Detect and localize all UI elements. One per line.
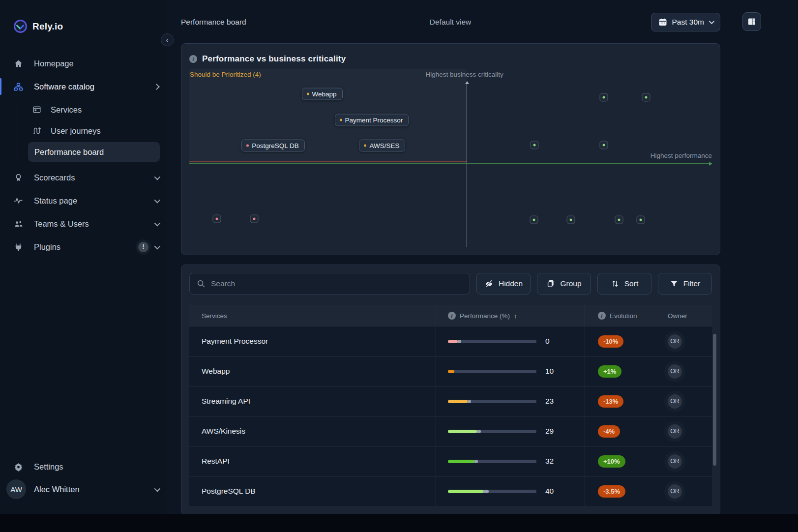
sidebar-item-homepage[interactable]: Homepage bbox=[0, 54, 167, 73]
sidebar-item-services[interactable]: Services bbox=[0, 100, 167, 119]
evolution-badge: +1% bbox=[598, 365, 621, 378]
chart-point[interactable] bbox=[615, 215, 623, 224]
sort-button[interactable]: Sort bbox=[597, 273, 651, 295]
owner-avatar: OR bbox=[668, 484, 682, 499]
evolution-badge: -13% bbox=[598, 395, 623, 408]
quadrant-label: Should be Prioritized (4) bbox=[190, 71, 261, 78]
chart-point[interactable] bbox=[530, 215, 538, 224]
chart-header: i Performance vs business criticality bbox=[189, 52, 712, 66]
table-row[interactable]: Streaming API23-13%OR bbox=[189, 386, 712, 416]
gear-icon bbox=[13, 462, 24, 472]
chart-point-label[interactable]: Payment Processor bbox=[335, 114, 409, 126]
chart-point[interactable] bbox=[213, 214, 221, 223]
sidebar-nav: Homepage Software catalog Services bbox=[0, 54, 167, 257]
x-axis-line-negative bbox=[189, 161, 467, 162]
eye-off-icon bbox=[484, 279, 494, 289]
group-button[interactable]: Group bbox=[537, 273, 591, 295]
sidebar-item-software-catalog[interactable]: Software catalog bbox=[0, 77, 167, 96]
table-row[interactable]: Webapp10+1%OR bbox=[189, 356, 712, 386]
bottom-strip bbox=[0, 514, 798, 532]
service-name: Streaming API bbox=[202, 397, 250, 405]
sort-asc-icon: ↑ bbox=[514, 312, 517, 320]
performance-value: 32 bbox=[545, 457, 558, 466]
brand-logo[interactable]: Rely.io bbox=[0, 0, 167, 33]
page-title: Performance board bbox=[181, 18, 246, 27]
point-dot-icon bbox=[602, 144, 605, 147]
owner-avatar: OR bbox=[668, 394, 682, 409]
sidebar-item-scorecards[interactable]: Scorecards bbox=[0, 168, 167, 187]
sidebar-item-status-page[interactable]: Status page bbox=[0, 191, 167, 210]
chart-point-label[interactable]: Webapp bbox=[302, 88, 343, 100]
point-dot-icon bbox=[618, 218, 620, 221]
sidebar-item-user-journeys[interactable]: User journeys bbox=[0, 121, 167, 141]
point-dot-icon bbox=[307, 93, 309, 95]
y-axis-label: Highest business criticality bbox=[426, 71, 503, 78]
sort-icon bbox=[611, 279, 620, 288]
main-area: Performance board Default view Past 30m … bbox=[167, 0, 798, 532]
filter-icon bbox=[670, 279, 679, 288]
chevron-right-icon bbox=[153, 84, 160, 90]
performance-value: 23 bbox=[545, 397, 558, 406]
x-axis-line bbox=[189, 163, 712, 164]
search-icon bbox=[197, 279, 206, 288]
home-icon bbox=[13, 59, 24, 68]
user-menu[interactable]: AW Alec Whitten bbox=[0, 477, 167, 502]
table-row[interactable]: AWS/Kinesis29-4%OR bbox=[189, 416, 712, 446]
chart-point-label[interactable]: PostgreSQL DB bbox=[241, 139, 305, 151]
panel-icon bbox=[747, 17, 757, 27]
chart-point[interactable] bbox=[566, 215, 575, 224]
table-row[interactable]: PostgreSQL DB40-3.5%OR bbox=[189, 476, 712, 506]
point-name: Webapp bbox=[312, 90, 337, 98]
time-range-button[interactable]: Past 30m bbox=[651, 13, 720, 31]
chart-point[interactable] bbox=[250, 214, 258, 223]
chart-point-label[interactable]: AWS/SES bbox=[359, 139, 405, 151]
service-name: RestAPI bbox=[202, 457, 230, 465]
brand-name: Rely.io bbox=[32, 21, 63, 32]
sidebar-item-settings[interactable]: Settings bbox=[0, 456, 167, 477]
point-dot-icon bbox=[340, 118, 342, 121]
info-icon[interactable]: i bbox=[598, 312, 606, 320]
filter-button[interactable]: Filter bbox=[658, 273, 712, 295]
hidden-button[interactable]: Hidden bbox=[476, 273, 531, 295]
sidebar-collapse-button[interactable]: ‹ bbox=[161, 33, 174, 46]
prioritized-quadrant bbox=[189, 69, 467, 163]
chart-point[interactable] bbox=[637, 215, 645, 224]
chart-point[interactable] bbox=[599, 93, 608, 101]
sidebar-item-teams-users[interactable]: Teams & Users bbox=[0, 214, 167, 234]
performance-bar bbox=[448, 340, 536, 343]
point-dot-icon bbox=[645, 96, 648, 98]
point-dot-icon bbox=[532, 218, 535, 221]
service-name: AWS/Kinesis bbox=[202, 427, 245, 435]
column-evolution: i Evolution bbox=[585, 305, 662, 326]
chart-point[interactable] bbox=[530, 141, 538, 149]
y-axis-line bbox=[467, 82, 467, 247]
side-panel-toggle-button[interactable] bbox=[742, 12, 761, 31]
chart-point[interactable] bbox=[642, 93, 650, 101]
search-input[interactable] bbox=[211, 279, 463, 288]
service-name: PostgreSQL DB bbox=[202, 487, 256, 495]
table-scrollbar[interactable] bbox=[713, 334, 716, 466]
column-performance[interactable]: i Performance (%) ↑ bbox=[436, 305, 585, 326]
info-icon[interactable]: i bbox=[189, 55, 197, 63]
service-name: Webapp bbox=[202, 367, 230, 375]
point-dot-icon bbox=[246, 144, 249, 147]
point-name: Payment Processor bbox=[345, 116, 403, 123]
sidebar-item-plugins[interactable]: Plugins ! bbox=[0, 237, 167, 257]
point-dot-icon bbox=[640, 218, 642, 221]
table-header: Services i Performance (%) ↑ i Evolution… bbox=[189, 305, 712, 326]
table-row[interactable]: RestAPI32+10%OR bbox=[189, 446, 712, 476]
evolution-badge: -4% bbox=[598, 425, 620, 438]
user-name: Alec Whitten bbox=[34, 485, 154, 494]
sidebar-item-performance-board[interactable]: Performance board bbox=[28, 142, 160, 162]
performance-bar bbox=[448, 460, 536, 463]
table-body: Payment Processor0-10%ORWebapp10+1%ORStr… bbox=[189, 326, 712, 506]
chevron-down-icon bbox=[154, 485, 161, 492]
table-row[interactable]: Payment Processor0-10%OR bbox=[189, 326, 712, 356]
teams-users-icon bbox=[13, 219, 24, 229]
user-avatar: AW bbox=[6, 479, 26, 499]
software-catalog-icon bbox=[13, 82, 24, 91]
info-icon[interactable]: i bbox=[448, 312, 456, 320]
chart-point[interactable] bbox=[599, 141, 608, 149]
chevron-down-icon bbox=[154, 220, 161, 226]
group-icon bbox=[546, 279, 555, 288]
